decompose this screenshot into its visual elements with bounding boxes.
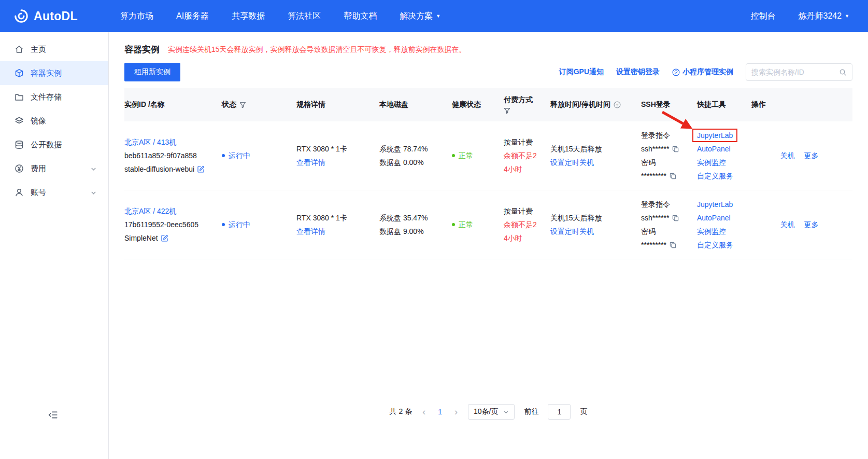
jupyterlab-link[interactable]: JupyterLab	[697, 198, 733, 211]
total-count: 共 2 条	[390, 407, 412, 416]
ssh-command: ssh******	[641, 142, 669, 156]
nav-item-ai-server[interactable]: AI服务器	[176, 11, 209, 22]
spec-cell: RTX 3080 * 1卡 查看详情	[296, 211, 379, 238]
tools-cell: JupyterLab AutoPanel 实例监控 自定义服务	[697, 198, 751, 252]
miniprogram-manage-link[interactable]: 小程序管理实例	[672, 67, 733, 77]
custom-service-link[interactable]: 自定义服务	[697, 169, 733, 183]
billing-mode: 按量计费	[504, 204, 533, 218]
nav-item-compute-market[interactable]: 算力市场	[120, 11, 153, 22]
nav-item-shared-data[interactable]: 共享数据	[232, 11, 265, 22]
edit-icon[interactable]	[161, 234, 168, 242]
balance-warning: 余额不足2	[504, 218, 537, 231]
shutdown-link[interactable]: 关机	[780, 149, 795, 162]
copy-icon[interactable]	[672, 215, 679, 221]
sidebar-item-file-storage[interactable]: 文件存储	[0, 85, 108, 109]
instance-region-link[interactable]: 北京A区 / 422机	[124, 204, 176, 218]
balance-warning-hours: 4小时	[504, 162, 522, 176]
instance-name: SimpleNet	[124, 231, 158, 245]
search-box	[746, 63, 852, 81]
ssh-command: ssh******	[641, 211, 669, 225]
instance-name: stable-diffusion-webui	[124, 162, 194, 176]
next-page-button[interactable]: ›	[453, 407, 459, 416]
ssh-cell: 登录指令 ssh****** 密码 *********	[641, 198, 697, 252]
autopanel-link[interactable]: AutoPanel	[697, 142, 731, 156]
brand-name: AutoDL	[34, 9, 78, 23]
instance-id-cell: 北京A区 / 413机 beb611a852-9f07a858 stable-d…	[124, 135, 222, 176]
chevron-down-icon	[90, 189, 97, 196]
sidebar-item-instances[interactable]: 容器实例	[0, 61, 108, 85]
page-number-current[interactable]: 1	[436, 408, 444, 416]
chevron-down-icon	[503, 409, 509, 415]
ssh-key-settings-link[interactable]: 设置密钥登录	[616, 67, 660, 77]
nav-item-help-docs[interactable]: 帮助文档	[344, 11, 377, 22]
instance-region-link[interactable]: 北京A区 / 413机	[124, 135, 176, 149]
sidebar-item-billing[interactable]: 费用	[0, 157, 108, 180]
prev-page-button[interactable]: ‹	[421, 407, 426, 416]
nav-item-algorithm-community[interactable]: 算法社区	[288, 11, 321, 22]
gpu-spec: RTX 3080 * 1卡	[296, 211, 347, 225]
col-header-health: 健康状态	[452, 100, 504, 109]
view-detail-link[interactable]: 查看详情	[296, 225, 325, 238]
layers-icon	[15, 116, 24, 126]
ssh-command-label: 登录指令	[641, 129, 670, 142]
gpu-notify-link[interactable]: 订阅GPU通知	[559, 67, 604, 77]
billing-cell: 按量计费 余额不足2 4小时	[504, 135, 550, 176]
ssh-command-label: 登录指令	[641, 198, 670, 211]
col-header-spec: 规格详情	[296, 100, 379, 109]
nav-item-solutions[interactable]: 解决方案 ▼	[400, 11, 440, 22]
autodl-logo-icon	[13, 8, 29, 24]
schedule-shutdown-link[interactable]: 设置定时关机	[550, 156, 594, 169]
page-size-select[interactable]: 10条/页	[468, 404, 515, 420]
copy-icon[interactable]	[670, 173, 676, 179]
instance-monitor-link[interactable]: 实例监控	[697, 156, 726, 169]
sidebar-collapse-button[interactable]	[48, 410, 58, 422]
ssh-password: *********	[641, 238, 666, 252]
sidebar-item-account[interactable]: 账号	[0, 180, 108, 204]
autodl-brand[interactable]: AutoDL	[0, 8, 111, 24]
copy-icon[interactable]	[670, 242, 676, 248]
search-input[interactable]	[751, 68, 836, 76]
user-menu[interactable]: 炼丹师3242 ▼	[798, 11, 849, 22]
spec-cell: RTX 3080 * 1卡 查看详情	[296, 142, 379, 169]
col-header-release-time: 释放时间/停机时间 ?	[550, 100, 641, 109]
goto-page-input[interactable]	[548, 404, 571, 420]
chevron-down-icon: ▼	[436, 14, 440, 19]
question-circle-icon[interactable]: ?	[614, 101, 621, 108]
view-detail-link[interactable]: 查看详情	[296, 156, 325, 169]
health-badge: 正常	[452, 149, 473, 162]
jupyterlab-link[interactable]: JupyterLab	[692, 129, 737, 142]
autopanel-link[interactable]: AutoPanel	[697, 211, 731, 225]
search-icon[interactable]	[839, 68, 847, 76]
ssh-password-label: 密码	[641, 225, 656, 238]
copy-icon[interactable]	[672, 146, 679, 152]
goto-label: 前往	[524, 407, 538, 416]
main-content: 容器实例 实例连续关机15天会释放实例，实例释放会导致数据清空且不可恢复，释放前…	[109, 32, 868, 459]
release-warning-text: 实例连续关机15天会释放实例，实例释放会导致数据清空且不可恢复，释放前实例在数据…	[168, 45, 466, 54]
status-cell: 运行中	[222, 218, 296, 231]
instance-id-cell: 北京A区 / 422机 17b6119552-0eec5605 SimpleNe…	[124, 204, 222, 245]
shutdown-link[interactable]: 关机	[780, 218, 795, 231]
edit-icon[interactable]	[197, 165, 205, 173]
more-link[interactable]: 更多	[804, 218, 819, 231]
sidebar-item-home[interactable]: 主页	[0, 37, 108, 61]
schedule-shutdown-link[interactable]: 设置定时关机	[550, 225, 594, 238]
data-disk-usage: 数据盘 0.00%	[379, 156, 424, 169]
system-disk-usage: 系统盘 78.74%	[379, 142, 428, 156]
console-link[interactable]: 控制台	[750, 11, 775, 22]
sidebar-item-public-data[interactable]: 公开数据	[0, 133, 108, 157]
disk-cell: 系统盘 35.47% 数据盘 9.00%	[379, 211, 452, 238]
sidebar: 主页 容器实例 文件存储 镜像 公开数据 费用 账号	[0, 32, 109, 459]
filter-icon[interactable]	[239, 102, 246, 108]
more-link[interactable]: 更多	[804, 149, 819, 162]
sidebar-item-images[interactable]: 镜像	[0, 109, 108, 133]
billing-mode: 按量计费	[504, 135, 533, 149]
custom-service-link[interactable]: 自定义服务	[697, 238, 733, 252]
chevron-down-icon: ▼	[845, 14, 849, 19]
filter-icon[interactable]	[504, 107, 510, 114]
instance-monitor-link[interactable]: 实例监控	[697, 225, 726, 238]
rent-new-instance-button[interactable]: 租用新实例	[124, 63, 180, 81]
page-title: 容器实例	[124, 44, 160, 55]
system-disk-usage: 系统盘 35.47%	[379, 211, 428, 225]
main-nav: 算力市场 AI服务器 共享数据 算法社区 帮助文档 解决方案 ▼	[120, 11, 440, 22]
tools-cell: JupyterLab AutoPanel 实例监控 自定义服务	[697, 129, 751, 183]
